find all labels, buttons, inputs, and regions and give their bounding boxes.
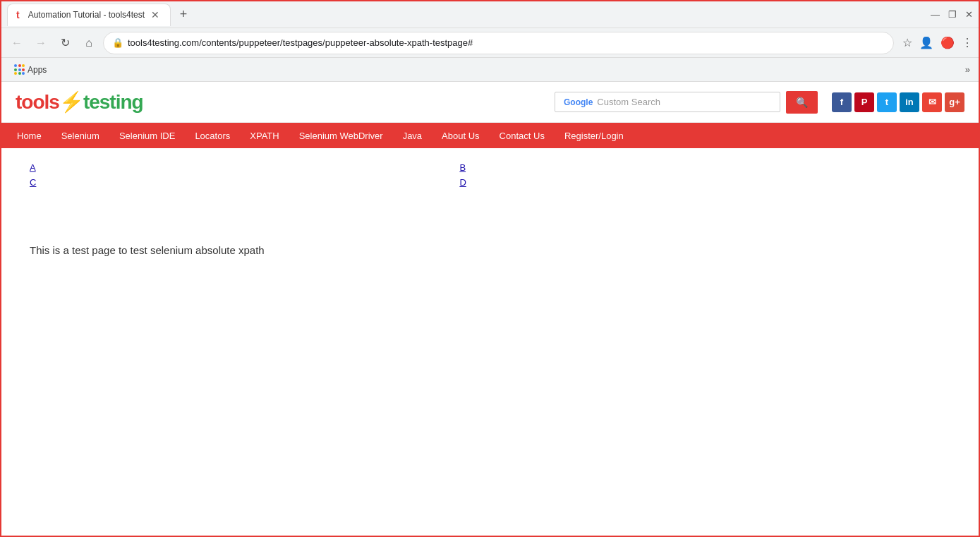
twitter-icon[interactable]: t [877,92,897,112]
site-nav: Home Selenium Selenium IDE Locators XPAT… [1,123,979,148]
address-bar[interactable]: 🔒 tools4testing.com/contents/puppeteer/t… [103,32,894,54]
nav-selenium-ide[interactable]: Selenium IDE [109,123,185,148]
tab-close-button[interactable]: ✕ [149,8,162,21]
search-custom-label: Custom Search [597,97,660,107]
search-google-label: Google [564,97,593,107]
logo-tools: tools [16,91,59,113]
site-logo[interactable]: tools⚡testing [16,90,143,114]
browser-window: t Automation Tutorial - tools4test ✕ + —… [0,0,980,537]
refresh-button[interactable]: ↻ [55,33,75,53]
googleplus-icon[interactable]: g+ [945,92,964,112]
url-text: tools4testing.com/contents/puppeteer/tes… [128,37,885,48]
back-button[interactable]: ← [7,33,27,53]
nav-about-us[interactable]: About Us [432,123,489,148]
nav-xpath[interactable]: XPATH [240,123,289,148]
email-icon[interactable]: ✉ [922,92,942,112]
extension-icon[interactable]: 🔴 [940,36,955,49]
logo-bolt: ⚡ [59,91,83,113]
profile-icon[interactable]: 👤 [919,36,933,49]
page-content: tools⚡testing Google Custom Search 🔍 f P… [1,82,979,536]
address-bar-row: ← → ↻ ⌂ 🔒 tools4testing.com/contents/pup… [1,28,979,58]
home-button[interactable]: ⌂ [79,33,99,53]
browser-tab[interactable]: t Automation Tutorial - tools4test ✕ [7,4,171,26]
search-box[interactable]: Google Custom Search [555,92,780,112]
nav-selenium-webdriver[interactable]: Selenium WebDriver [289,123,393,148]
link-d[interactable]: D [459,177,466,188]
lock-icon: 🔒 [112,37,123,48]
forward-button[interactable]: → [31,33,51,53]
address-bar-right: ☆ 👤 🔴 ⋮ [902,36,973,49]
site-header: tools⚡testing Google Custom Search 🔍 f P… [1,82,979,123]
nav-java[interactable]: Java [393,123,432,148]
bookmark-icon[interactable]: ☆ [902,36,912,49]
maximize-button[interactable]: ❐ [948,9,957,20]
links-area: A C B D [30,162,950,188]
new-tab-button[interactable]: + [174,5,193,25]
nav-contact-us[interactable]: Contact Us [490,123,555,148]
tab-favicon: t [16,9,20,20]
search-button[interactable]: 🔍 [786,91,818,114]
social-icons: f P t in ✉ g+ [832,92,964,112]
facebook-icon[interactable]: f [832,92,852,112]
links-col-right: B D [459,162,466,188]
bookmarks-bar: Apps » [1,58,979,82]
page-body-text: This is a test page to test selenium abs… [30,244,950,256]
nav-locators[interactable]: Locators [185,123,240,148]
search-area: Google Custom Search 🔍 [555,91,818,114]
minimize-button[interactable]: — [931,9,940,20]
apps-grid-icon [14,64,25,75]
pinterest-icon[interactable]: P [854,92,874,112]
logo-testing: testing [83,91,143,113]
apps-button[interactable]: Apps [10,63,51,76]
bookmarks-more[interactable]: » [965,64,970,75]
nav-register-login[interactable]: Register/Login [555,123,634,148]
apps-label: Apps [28,65,47,75]
window-controls: — ❐ ✕ [931,9,973,20]
more-icon[interactable]: ⋮ [962,36,973,49]
nav-home[interactable]: Home [7,123,52,148]
close-button[interactable]: ✕ [965,9,973,20]
link-a[interactable]: A [30,162,36,173]
link-b[interactable]: B [459,162,466,173]
links-col-left: A C [30,162,36,188]
nav-selenium[interactable]: Selenium [52,123,109,148]
title-bar: t Automation Tutorial - tools4test ✕ + —… [1,1,979,28]
tab-title: Automation Tutorial - tools4test [28,10,145,20]
site-body: A C B D This is a test page to test sele… [1,148,979,270]
linkedin-icon[interactable]: in [900,92,919,112]
link-c[interactable]: C [30,177,36,188]
